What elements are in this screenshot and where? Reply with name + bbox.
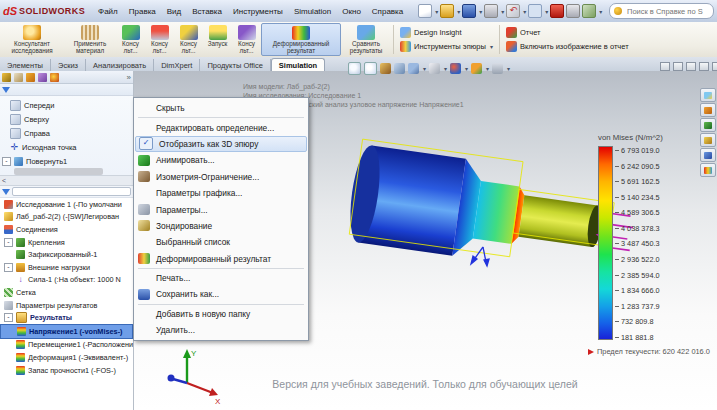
expander-icon[interactable]: - (4, 238, 13, 247)
help-search-box[interactable] (609, 3, 714, 19)
new-file-icon[interactable] (418, 4, 432, 18)
expander-icon[interactable]: - (4, 313, 13, 322)
menu-item-edit-definition[interactable]: Редактировать определение... (135, 119, 307, 135)
advisor-button-4[interactable]: Консу льт... (232, 23, 261, 56)
tree-item-origin[interactable]: ✛ Исходная точка (0, 140, 133, 154)
plot-tool-button-1[interactable] (700, 88, 716, 102)
tree-item-right-plane[interactable]: Справа (0, 126, 133, 140)
apply-material-button[interactable]: Применить материал (64, 23, 116, 56)
menu-file[interactable]: Файл (93, 5, 123, 18)
result-stress-item[interactable]: Напряжение1 (-vonMises-) (0, 324, 133, 339)
result-displacement-item[interactable]: Перемещение1 (-Расположение (0, 339, 133, 352)
menu-item-print[interactable]: Печать... (135, 270, 307, 286)
menu-simulation[interactable]: Simulation (289, 5, 336, 18)
result-strain-item[interactable]: Деформация1 (-Эквивалент-) (0, 351, 133, 364)
include-image-button[interactable]: Включить изображение в отчет (506, 41, 629, 52)
study-part-item[interactable]: Лаб_раб-2(2) (-[SW]Легирован (0, 211, 133, 224)
dimxpert-tab-icon[interactable] (38, 73, 47, 82)
zoom-selection-icon[interactable] (380, 63, 391, 74)
menu-item-settings[interactable]: Параметры... (135, 201, 307, 217)
tree-item-front-plane[interactable]: Спереди (0, 98, 133, 112)
options-icon[interactable] (566, 4, 580, 18)
tab-simulation[interactable]: Simulation (271, 58, 325, 71)
study-result-options-item[interactable]: Параметры результатов (0, 299, 133, 312)
run-button[interactable]: Запуск (203, 23, 232, 56)
configuration-tab-icon[interactable] (26, 73, 35, 82)
previous-view-icon[interactable] (394, 63, 405, 74)
study-filter-row[interactable] (0, 186, 133, 198)
menu-item-delete[interactable]: Удалить... (135, 322, 307, 338)
scene-icon[interactable] (492, 63, 503, 74)
menu-item-add-to-new-folder[interactable]: Добавить в новую папку (135, 306, 307, 322)
feature-tree-tab-icon[interactable] (2, 73, 11, 82)
report-button[interactable]: Отчет (506, 27, 629, 38)
display-style-icon[interactable] (450, 63, 461, 74)
study-fixed-item[interactable]: Зафиксированный-1 (0, 248, 133, 261)
menu-item-probe[interactable]: Зондирование (135, 218, 307, 234)
zoom-area-icon[interactable] (364, 62, 377, 75)
expander-icon[interactable]: - (2, 157, 11, 166)
menu-help[interactable]: Справка (367, 5, 408, 18)
property-manager-tab-icon[interactable] (14, 73, 23, 82)
print-icon[interactable] (484, 4, 498, 18)
menu-item-iso-clipping[interactable]: Изометрия-Ограничение... (135, 169, 307, 185)
study-force-item[interactable]: ↓ Сила-1 (:На объект: 1000 N (0, 274, 133, 287)
study-mesh-item[interactable]: Сетка (0, 286, 133, 299)
plot-tools-button[interactable]: Инструменты эпюры ▾ (400, 41, 493, 52)
plot-tool-button-3[interactable] (700, 118, 716, 132)
menu-item-chart-options[interactable]: Параметры графика... (135, 185, 307, 201)
design-insight-button[interactable]: Design Insight (400, 27, 493, 38)
plot-tool-button-6[interactable] (700, 163, 716, 177)
close-pane-icon[interactable] (712, 62, 717, 71)
study-advisor-button[interactable]: Консультант исследования (0, 23, 64, 56)
menu-edit[interactable]: Правка (124, 5, 161, 18)
view-orientation-icon[interactable] (429, 63, 440, 74)
menu-item-hide[interactable]: Скрыть (135, 100, 307, 116)
tree-horizontal-scrollbar[interactable]: < (0, 175, 133, 186)
study-root-item[interactable]: Исследование 1 (-По умолчани (0, 198, 133, 211)
menu-item-save-as[interactable]: Сохранить как... (135, 286, 307, 302)
section-view-icon[interactable] (408, 63, 419, 74)
display-manager-tab-icon[interactable] (50, 73, 59, 82)
split-icon[interactable] (686, 62, 696, 71)
menu-item-animate[interactable]: Анимировать... (135, 152, 307, 168)
save-icon[interactable] (462, 4, 476, 18)
menu-insert[interactable]: Вставка (187, 5, 227, 18)
tab-office-products[interactable]: Продукты Office (200, 59, 270, 71)
minimize-icon[interactable] (660, 62, 670, 71)
menu-tools[interactable]: Инструменты (228, 5, 288, 18)
plot-tool-button-4[interactable] (700, 133, 716, 147)
tab-dimxpert[interactable]: DimXpert (154, 59, 200, 71)
tree-item-top-plane[interactable]: Сверху (0, 112, 133, 126)
tab-sketch[interactable]: Эскиз (51, 59, 86, 71)
menu-window[interactable]: Окно (337, 5, 366, 18)
appearances-icon[interactable] (471, 63, 482, 74)
result-fos-item[interactable]: Запас прочности1 (-FOS-) (0, 364, 133, 377)
study-fixtures-item[interactable]: - Крепления (0, 236, 133, 249)
compare-results-button[interactable]: Сравнить результаты (341, 23, 391, 56)
panel-overflow-icon[interactable]: » (127, 73, 131, 82)
advisor-button-1[interactable]: Консу льт... (116, 23, 145, 56)
study-results-folder[interactable]: - Результаты (0, 311, 133, 324)
restore-icon[interactable] (673, 62, 683, 71)
open-icon[interactable] (440, 4, 454, 18)
menu-item-deformed-result[interactable]: Деформированный результат (135, 251, 307, 267)
menu-item-show-3d-plot[interactable]: ✓ Отобразить как 3D эпюру (135, 136, 307, 152)
plot-tool-button-5[interactable] (700, 148, 716, 162)
select-tool-icon[interactable] (528, 4, 542, 18)
search-input[interactable] (625, 6, 709, 17)
tab-features[interactable]: Элементы (0, 59, 51, 71)
advisor-button-3[interactable]: Консу льт... (174, 23, 203, 56)
expander-icon[interactable]: - (4, 263, 13, 272)
study-loads-item[interactable]: - Внешние нагрузки (0, 261, 133, 274)
menu-item-selected-list[interactable]: Выбранный список (135, 234, 307, 250)
rebuild-icon[interactable] (550, 4, 564, 18)
undo-icon[interactable]: ↶ (506, 4, 520, 18)
tree-filter-row[interactable] (0, 84, 133, 96)
tab-evaluate[interactable]: Анализировать (86, 59, 154, 71)
tree-item-revolve[interactable]: - Повернуть1 (0, 154, 133, 168)
deformed-result-button[interactable]: Деформированный результат (261, 23, 341, 56)
expand-icon[interactable] (699, 62, 709, 71)
zoom-fit-icon[interactable] (348, 62, 361, 75)
study-connections-item[interactable]: Соединения (0, 223, 133, 236)
